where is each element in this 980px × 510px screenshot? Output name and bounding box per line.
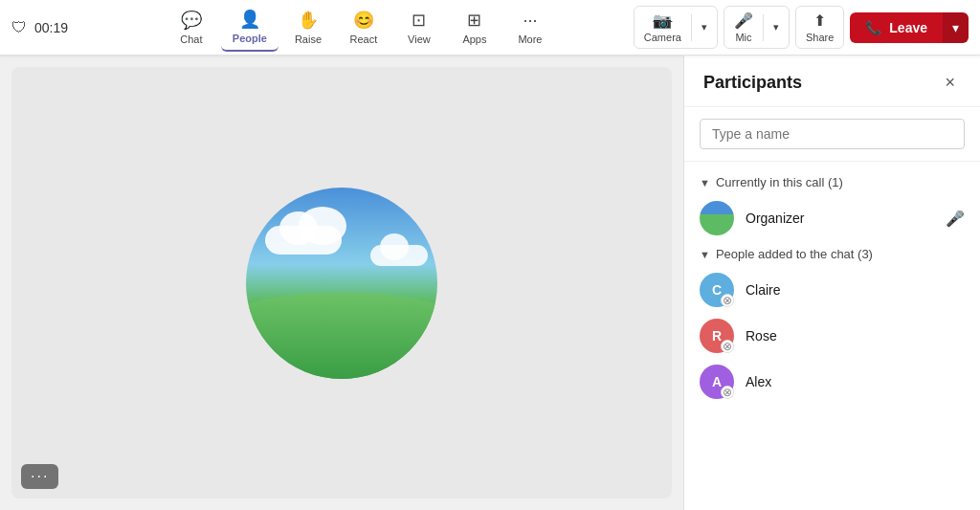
claire-avatar-wrap: C ⊗ [700, 273, 734, 307]
more-label: More [518, 33, 542, 45]
leave-btn-group: 📞 Leave ▾ [850, 12, 969, 43]
phone-icon: 📞 [865, 20, 881, 35]
participant-organizer: Organizer 🎤 [684, 195, 980, 241]
top-bar-left: 🛡 00:19 [11, 19, 88, 36]
participant-alex: A ⊗ Alex [684, 359, 980, 405]
react-icon: 😊 [353, 10, 374, 31]
call-timer: 00:19 [34, 20, 68, 35]
participant-rose: R ⊗ Rose [684, 313, 980, 359]
section-added-label: People added to the chat (3) [716, 247, 873, 261]
mic-icon: 🎤 [734, 11, 753, 30]
alex-remove-badge[interactable]: ⊗ [721, 386, 734, 399]
share-label: Share [806, 32, 834, 43]
section-in-call-label: Currently in this call (1) [716, 175, 843, 189]
panel-body: ▼ Currently in this call (1) Organizer 🎤… [684, 162, 980, 510]
view-icon: ⊡ [412, 10, 426, 31]
chevron-down-icon-leave: ▾ [952, 20, 959, 35]
mic-button[interactable]: 🎤 Mic [724, 7, 763, 48]
video-controls-bar[interactable]: ··· [21, 464, 58, 489]
top-bar-center: 💬 Chat 👤 People ✋ Raise 😊 React ⊡ View ⊞… [88, 3, 634, 52]
video-avatar [246, 188, 437, 379]
cloud1 [265, 226, 342, 255]
participant-claire: C ⊗ Claire [684, 267, 980, 313]
mic-label: Mic [735, 32, 751, 43]
nav-react[interactable]: 😊 React [338, 4, 390, 51]
organizer-avatar [700, 201, 734, 235]
video-dots-icon[interactable]: ··· [31, 468, 49, 485]
raise-label: Raise [295, 33, 322, 45]
alex-avatar-wrap: A ⊗ [700, 365, 734, 399]
nav-view[interactable]: ⊡ View [393, 4, 445, 51]
more-icon: ··· [523, 11, 537, 31]
rose-avatar-wrap: R ⊗ [700, 319, 734, 353]
share-button[interactable]: ⬆ Share [795, 6, 844, 49]
organizer-mic-icon: 🎤 [946, 210, 965, 228]
close-panel-button[interactable]: × [939, 71, 961, 95]
panel-header: Participants × [684, 55, 980, 107]
chat-label: Chat [180, 33, 202, 45]
claire-remove-badge[interactable]: ⊗ [721, 294, 734, 307]
search-input[interactable] [700, 119, 965, 149]
panel-title: Participants [703, 73, 802, 93]
video-area: ··· [11, 67, 672, 499]
camera-chevron[interactable]: ▾ [692, 16, 717, 38]
share-icon: ⬆ [813, 11, 826, 30]
top-bar-right: 📷 Camera ▾ 🎤 Mic ▾ ⬆ Share 📞 [634, 6, 969, 49]
mic-btn-group: 🎤 Mic ▾ [724, 6, 790, 49]
leave-chevron[interactable]: ▾ [943, 12, 969, 43]
participants-panel: Participants × ▼ Currently in this call … [683, 55, 980, 510]
main-content: ··· Participants × ▼ Currently in this c… [0, 55, 980, 510]
camera-btn-group: 📷 Camera ▾ [634, 6, 718, 49]
camera-label: Camera [644, 32, 681, 43]
people-label: People [233, 33, 267, 44]
chat-icon: 💬 [181, 10, 202, 31]
section-added: ▼ People added to the chat (3) [684, 241, 980, 267]
organizer-avatar-wrap [700, 201, 734, 235]
nav-raise[interactable]: ✋ Raise [282, 4, 334, 51]
chevron-down-incall: ▼ [700, 177, 710, 188]
leave-label: Leave [889, 20, 927, 35]
nav-chat[interactable]: 💬 Chat [166, 4, 217, 51]
top-bar: 🛡 00:19 💬 Chat 👤 People ✋ Raise 😊 React … [0, 0, 980, 55]
shield-icon: 🛡 [11, 19, 27, 36]
apps-icon: ⊞ [467, 10, 481, 31]
camera-icon: 📷 [653, 11, 672, 30]
view-label: View [408, 33, 431, 45]
organizer-name: Organizer [746, 211, 934, 226]
alex-name: Alex [746, 374, 965, 389]
grass-hill [246, 293, 437, 379]
search-input-wrap [684, 107, 980, 162]
nav-people[interactable]: 👤 People [221, 3, 278, 52]
rose-name: Rose [746, 328, 965, 344]
chevron-down-added: ▼ [700, 249, 710, 260]
nav-more[interactable]: ··· More [504, 5, 556, 51]
claire-name: Claire [746, 282, 965, 298]
mic-chevron[interactable]: ▾ [764, 16, 789, 38]
rose-remove-badge[interactable]: ⊗ [721, 340, 734, 353]
landscape-scene [246, 188, 437, 379]
people-icon: 👤 [239, 9, 260, 30]
react-label: React [350, 33, 378, 45]
leave-button[interactable]: 📞 Leave [850, 12, 943, 43]
camera-button[interactable]: 📷 Camera [635, 7, 691, 48]
section-in-call: ▼ Currently in this call (1) [684, 169, 980, 195]
raise-icon: ✋ [298, 10, 319, 31]
cloud2 [370, 245, 428, 266]
chevron-down-icon-mic: ▾ [773, 21, 779, 33]
nav-apps[interactable]: ⊞ Apps [449, 4, 501, 51]
apps-label: Apps [462, 33, 486, 45]
chevron-down-icon: ▾ [702, 21, 707, 33]
